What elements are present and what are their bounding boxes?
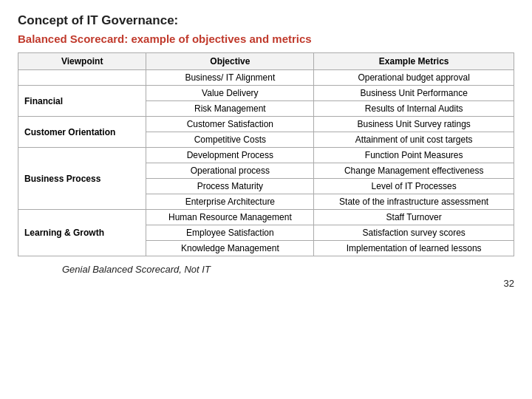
viewpoint-cell: [18, 70, 146, 86]
metric-cell: Results of Internal Audits: [314, 101, 514, 117]
objective-cell: Customer Satisfaction: [146, 117, 314, 132]
objective-cell: Human Resource Management: [146, 210, 314, 225]
metric-cell: Implementation of learned lessons: [314, 241, 514, 256]
table-row: Business/ IT AlignmentOperational budget…: [18, 70, 514, 86]
metric-cell: Attainment of unit cost targets: [314, 132, 514, 148]
metric-cell: State of the infrastructure assessment: [314, 194, 514, 210]
objective-cell: Operational process: [146, 163, 314, 179]
objective-cell: Competitive Costs: [146, 132, 314, 148]
objective-cell: Knowledge Management: [146, 241, 314, 256]
objective-cell: Risk Management: [146, 101, 314, 117]
table-row: Business ProcessDevelopment ProcessFunct…: [18, 148, 514, 163]
viewpoint-cell: Customer Orientation: [18, 117, 146, 148]
objective-cell: Business/ IT Alignment: [146, 70, 314, 86]
scorecard-table: Viewpoint Objective Example Metrics Busi…: [18, 52, 514, 256]
col-header-metrics: Example Metrics: [314, 53, 514, 70]
viewpoint-cell: Business Process: [18, 148, 146, 210]
metric-cell: Function Point Measures: [314, 148, 514, 163]
objective-cell: Process Maturity: [146, 179, 314, 194]
objective-cell: Development Process: [146, 148, 314, 163]
page-subtitle: Balanced Scorecard: example of objective…: [18, 33, 514, 45]
viewpoint-cell: Learning & Growth: [18, 210, 146, 256]
metric-cell: Business Unit Survey ratings: [314, 117, 514, 132]
table-row: Customer OrientationCustomer Satisfactio…: [18, 117, 514, 132]
table-row: FinancialValue DeliveryBusiness Unit Per…: [18, 86, 514, 101]
objective-cell: Value Delivery: [146, 86, 314, 101]
objective-cell: Employee Satisfaction: [146, 225, 314, 241]
viewpoint-cell: Financial: [18, 86, 146, 117]
metric-cell: Operational budget approval: [314, 70, 514, 86]
metric-cell: Level of IT Processes: [314, 179, 514, 194]
objective-cell: Enterprise Architecture: [146, 194, 314, 210]
caption: Genial Balanced Scorecard, Not IT: [18, 264, 514, 275]
col-header-objective: Objective: [146, 53, 314, 70]
page-title: Concept of IT Governance:: [18, 13, 514, 28]
page-number: 32: [18, 278, 514, 289]
metric-cell: Change Management effectiveness: [314, 163, 514, 179]
metric-cell: Satisfaction survey scores: [314, 225, 514, 241]
table-row: Learning & GrowthHuman Resource Manageme…: [18, 210, 514, 225]
col-header-viewpoint: Viewpoint: [18, 53, 146, 70]
metric-cell: Staff Turnover: [314, 210, 514, 225]
metric-cell: Business Unit Performance: [314, 86, 514, 101]
